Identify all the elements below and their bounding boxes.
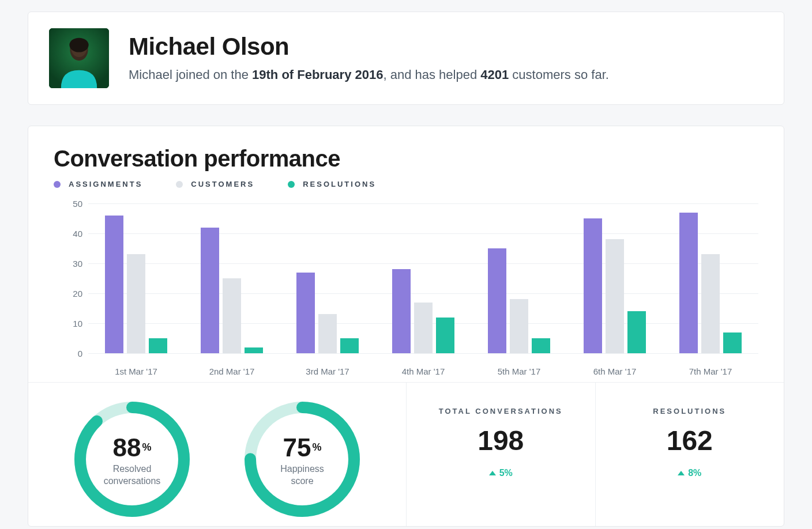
bar — [340, 338, 359, 353]
bar-group — [488, 203, 550, 353]
y-axis-label: 10 — [54, 319, 82, 328]
bar — [606, 239, 624, 353]
y-axis-label: 30 — [54, 259, 82, 269]
legend-swatch — [288, 181, 295, 188]
donut-label: Resolvedconversations — [104, 463, 161, 488]
y-axis-label: 50 — [54, 199, 82, 209]
triangle-up-icon — [678, 471, 685, 475]
subtitle-suffix: customers so far. — [509, 67, 609, 82]
stat-value: 162 — [596, 425, 784, 456]
donut-label: Happinessscore — [280, 463, 324, 488]
legend-label: CUSTOMERS — [191, 180, 254, 188]
svg-point-4 — [69, 38, 88, 52]
donut-value: 88% — [113, 433, 152, 462]
donut-charts: 88% Resolvedconversations 75% Happinesss… — [28, 383, 406, 526]
plot-area — [88, 203, 758, 353]
x-axis-label: 1st Mar '17 — [102, 366, 171, 376]
performance-card: Conversation performance ASSIGNMENTSCUST… — [28, 126, 784, 527]
percent-icon: % — [312, 441, 321, 454]
stat-label: RESOLUTIONS — [596, 407, 784, 415]
bar-group — [201, 203, 263, 353]
x-axis-label: 4th Mar '17 — [389, 366, 458, 376]
bar — [723, 332, 742, 353]
x-axis-label: 6th Mar '17 — [580, 366, 649, 376]
x-axis-label: 2nd Mar '17 — [197, 366, 266, 376]
donut-cell: 88% Resolvedconversations — [66, 396, 198, 525]
delta-value: 8% — [688, 468, 701, 478]
gridline — [88, 353, 758, 354]
profile-subtitle: Michael joined on the 19th of February 2… — [129, 66, 609, 84]
chart-legend: ASSIGNMENTSCUSTOMERSRESOLUTIONS — [28, 180, 784, 192]
bar — [414, 303, 433, 353]
performance-title: Conversation performance — [28, 146, 784, 180]
legend-swatch — [176, 181, 183, 188]
y-axis-label: 40 — [54, 229, 82, 239]
bar — [532, 338, 550, 353]
stats-row: 88% Resolvedconversations 75% Happinesss… — [28, 382, 784, 526]
bar — [627, 311, 646, 353]
y-axis-label: 20 — [54, 289, 82, 298]
bar — [436, 318, 454, 353]
join-date: 19th of February 2016 — [252, 67, 383, 82]
chart-container: 010203040501st Mar '172nd Mar '173rd Mar… — [28, 192, 784, 382]
legend-label: ASSIGNMENTS — [69, 180, 142, 188]
x-axis-label: 5th Mar '17 — [484, 366, 554, 376]
subtitle-mid: , and has helped — [383, 67, 480, 82]
triangle-up-icon — [489, 471, 496, 475]
bar — [296, 273, 315, 353]
bar-group — [296, 203, 359, 353]
bar — [679, 213, 698, 353]
customer-count: 4201 — [480, 67, 509, 82]
stat-delta: 8% — [596, 468, 784, 478]
profile-info: Michael Olson Michael joined on the 19th… — [129, 33, 609, 84]
bar-groups — [88, 203, 758, 353]
bar — [488, 248, 506, 353]
legend-item: RESOLUTIONS — [288, 180, 376, 188]
bar-group — [105, 203, 167, 353]
legend-item: ASSIGNMENTS — [54, 180, 142, 188]
profile-name: Michael Olson — [129, 33, 609, 61]
x-axis-label: 7th Mar '17 — [676, 366, 745, 376]
bar — [149, 338, 167, 353]
stat-delta: 5% — [407, 468, 595, 478]
bar — [127, 254, 145, 353]
x-axis-labels: 1st Mar '172nd Mar '173rd Mar '174th Mar… — [88, 366, 758, 376]
bar — [223, 278, 241, 353]
bar-chart: 010203040501st Mar '172nd Mar '173rd Mar… — [54, 203, 758, 376]
donut-value: 75% — [283, 433, 322, 462]
profile-card: Michael Olson Michael joined on the 19th… — [28, 12, 784, 105]
bar — [392, 269, 411, 353]
bar-group — [679, 203, 742, 353]
bar — [584, 218, 602, 353]
legend-swatch — [54, 181, 61, 188]
donut-center: 75% Happinessscore — [236, 396, 369, 525]
bar — [701, 254, 720, 353]
donut-cell: 75% Happinessscore — [236, 396, 369, 525]
subtitle-prefix: Michael joined on the — [129, 67, 252, 82]
avatar — [49, 28, 109, 88]
stat-cell: TOTAL CONVERSATIONS 198 5% — [406, 383, 595, 526]
donut-center: 88% Resolvedconversations — [66, 396, 198, 525]
x-axis-label: 3rd Mar '17 — [293, 366, 362, 376]
bar — [510, 299, 528, 353]
bar-group — [392, 203, 454, 353]
legend-label: RESOLUTIONS — [303, 180, 376, 188]
stat-grid: TOTAL CONVERSATIONS 198 5% RESOLUTIONS 1… — [406, 383, 784, 526]
percent-icon: % — [142, 441, 151, 454]
bar-group — [584, 203, 646, 353]
y-axis-label: 0 — [54, 349, 82, 358]
bar — [245, 347, 263, 353]
stat-cell: RESOLUTIONS 162 8% — [595, 383, 784, 526]
stat-value: 198 — [407, 425, 595, 456]
bar — [201, 228, 219, 353]
bar — [318, 314, 337, 353]
bar — [105, 216, 123, 353]
legend-item: CUSTOMERS — [176, 180, 254, 188]
stat-label: TOTAL CONVERSATIONS — [407, 407, 595, 415]
delta-value: 5% — [499, 468, 513, 478]
